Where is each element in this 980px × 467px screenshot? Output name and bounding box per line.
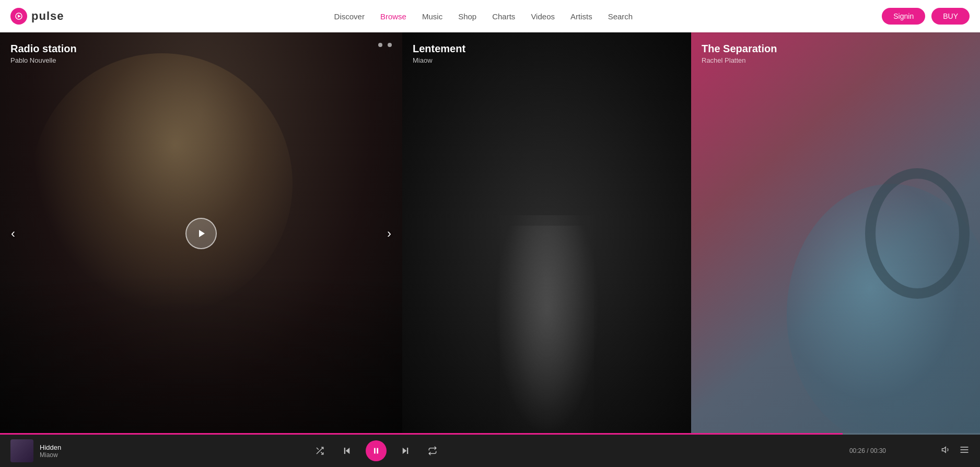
main-nav: Discover Browse Music Shop Charts Videos… <box>85 12 882 21</box>
svg-marker-1 <box>18 15 21 18</box>
player-bar: Hidden Miaow <box>0 435 980 467</box>
svg-rect-5 <box>374 448 376 454</box>
panel-lentement-info: Lentement Miaow <box>413 43 465 64</box>
panel-separation-scene <box>691 32 980 435</box>
prev-button[interactable] <box>339 442 355 459</box>
nav-discover[interactable]: Discover <box>334 12 365 21</box>
panel-main: Radio station Pablo Nouvelle ‹ › <box>0 32 402 435</box>
next-button[interactable] <box>397 442 414 459</box>
svg-marker-9 <box>942 447 946 453</box>
panel-play-button[interactable] <box>185 218 217 249</box>
nav-charts[interactable]: Charts <box>492 12 515 21</box>
nav-shop[interactable]: Shop <box>458 12 476 21</box>
nav-search[interactable]: Search <box>608 12 633 21</box>
panel-top-controls <box>378 43 392 47</box>
player-track-artist: Miaow <box>40 451 61 459</box>
panel-lentement-scene <box>402 32 691 435</box>
svg-rect-4 <box>344 448 345 454</box>
repeat-button[interactable] <box>424 442 441 459</box>
panel-separation-title: The Separation <box>702 43 777 55</box>
nav-browse[interactable]: Browse <box>380 12 406 21</box>
panel-separation-subtitle: Rachel Platten <box>702 56 777 64</box>
panel-main-subtitle: Pablo Nouvelle <box>10 56 77 64</box>
svg-rect-8 <box>407 448 408 454</box>
panel-lentement-subtitle: Miaow <box>413 56 465 64</box>
signin-button[interactable]: Signin <box>882 8 925 25</box>
volume-button[interactable] <box>941 445 951 457</box>
nav-videos[interactable]: Videos <box>531 12 555 21</box>
player-track-info: Hidden Miaow <box>40 443 61 459</box>
app-name: pulse <box>31 9 64 23</box>
panel-lentement: Lentement Miaow <box>402 32 691 435</box>
player-time: 00:26 / 00:30 <box>849 447 886 454</box>
minimize-button[interactable] <box>378 43 382 47</box>
player-track-name: Hidden <box>40 443 61 451</box>
buy-button[interactable]: BUY <box>931 8 970 25</box>
svg-marker-3 <box>346 448 350 454</box>
panel-separation: The Separation Rachel Platten <box>691 32 980 435</box>
next-arrow[interactable]: › <box>381 226 397 241</box>
player-controls <box>311 440 441 461</box>
maximize-button[interactable] <box>388 43 392 47</box>
main-content: Radio station Pablo Nouvelle ‹ › Lenteme… <box>0 32 980 435</box>
panel-separation-info: The Separation Rachel Platten <box>702 43 777 64</box>
nav-artists[interactable]: Artists <box>570 12 592 21</box>
svg-marker-7 <box>403 448 407 454</box>
prev-arrow[interactable]: ‹ <box>5 226 21 241</box>
logo-area[interactable]: pulse <box>10 8 64 25</box>
logo-icon <box>10 8 27 25</box>
panel-lentement-title: Lentement <box>413 43 465 55</box>
svg-rect-6 <box>377 448 378 454</box>
menu-button[interactable] <box>959 445 970 458</box>
panel-main-title: Radio station <box>10 43 77 55</box>
svg-marker-2 <box>199 230 205 237</box>
player-thumbnail <box>10 439 33 462</box>
header: pulse Discover Browse Music Shop Charts … <box>0 0 980 32</box>
panel-main-info: Radio station Pablo Nouvelle <box>10 43 77 64</box>
shuffle-button[interactable] <box>311 442 328 459</box>
nav-music[interactable]: Music <box>422 12 442 21</box>
header-actions: Signin BUY <box>882 8 970 25</box>
play-pause-button[interactable] <box>366 440 387 461</box>
player-right-controls: 00:26 / 00:30 <box>941 445 970 458</box>
